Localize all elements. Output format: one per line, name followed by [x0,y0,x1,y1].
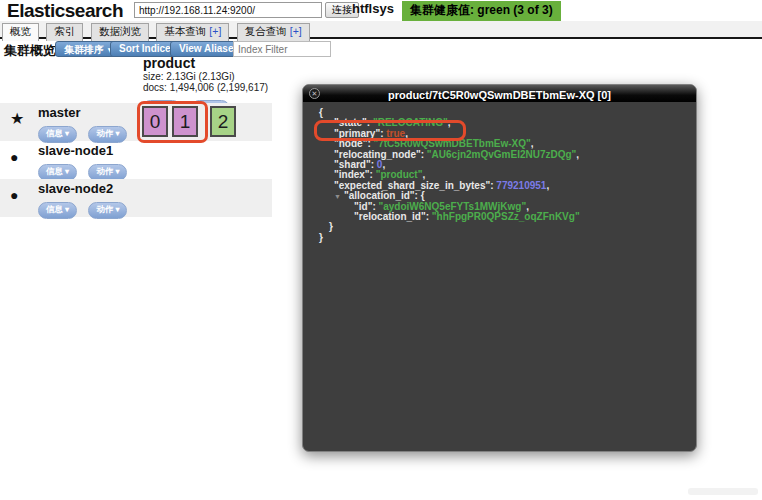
caret-down-icon [113,166,119,176]
cluster-name-label: htflsys [352,1,394,16]
shard-2[interactable]: 2 [210,106,236,137]
master-star-icon: ★ [10,109,24,128]
app-logo: Elasticsearch [7,0,123,22]
index-size: size: 2.13Gi (2.13Gi) [143,71,303,82]
cluster-url-input[interactable] [134,2,322,18]
index-docs: docs: 1,494,006 (2,199,617) [143,82,303,93]
cluster-health-badge: 集群健康值: green (3 of 3) [402,1,561,21]
json-line-relocation-id: "relocation_id": "hhFpgPR0QPSZz_oqZFnKVg… [319,212,580,222]
caret-down-icon [63,166,69,176]
caret-down-icon [63,128,69,138]
shard-1[interactable]: 1 [172,106,198,137]
tab-structured-query[interactable]: 基本查询[+] [156,23,229,41]
node-name: master [38,105,81,120]
dialog-title: product/7tC5R0wQSwmDBETbmEw-XQ [0] [388,89,611,101]
tab-browser[interactable]: 数据浏览 [91,23,149,41]
node-name: slave-node2 [38,181,113,196]
node-row-slave-node1: ● slave-node1 信息 动作 [0,141,272,179]
caret-down-icon [113,128,119,138]
node-dot-icon: ● [10,187,18,203]
json-line: } [319,233,580,243]
cluster-overview-title: 集群概览 [4,42,56,60]
tab-indices[interactable]: 索引 [46,23,83,41]
node-row-slave-node2: ● slave-node2 信息 动作 [0,179,272,217]
node-name: slave-node1 [38,143,113,158]
caret-down-icon [63,204,69,214]
node-dot-icon: ● [10,149,18,165]
dialog-titlebar: product/7tC5R0wQSwmDBETbmEw-XQ [0] [303,85,696,102]
index-name: product [143,55,303,71]
tab-overview[interactable]: 概览 [2,23,39,41]
node-info-dropdown[interactable]: 信息 [38,202,77,219]
node-actions-dropdown[interactable]: 动作 [88,202,127,219]
tab-strip: 概览 索引 数据浏览 基本查询[+] 复合查询[+] [0,21,762,39]
caret-down-icon [113,204,119,214]
shard-detail-dialog: product/7tC5R0wQSwmDBETbmEw-XQ [0] { "st… [302,84,697,452]
shard-json-view: { "state": "RELOCATING", "primary": true… [319,108,580,243]
collapse-triangle-icon[interactable] [334,192,344,202]
close-icon[interactable] [309,88,320,99]
tab-any-request[interactable]: 复合查询[+] [237,23,310,41]
watermark [688,488,758,495]
shard-0[interactable]: 0 [142,106,168,137]
json-line: } [319,222,580,232]
